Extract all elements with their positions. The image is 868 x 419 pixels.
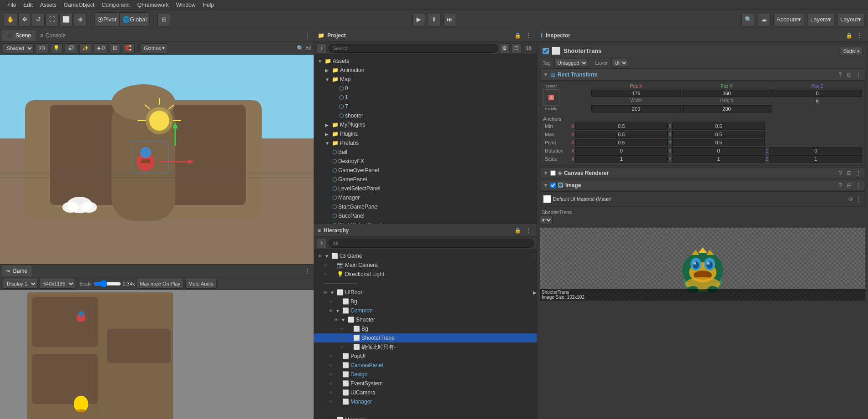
maximize-on-play-btn[interactable]: Maximize On Play: [137, 279, 183, 289]
project-filter-btn[interactable]: ⚙: [500, 43, 510, 53]
canvas-renderer-help[interactable]: ?: [837, 170, 844, 176]
h-canvaspanel[interactable]: 👁 ⬜ CanvasPanel: [314, 361, 537, 370]
tab-game[interactable]: ∞ Game: [2, 266, 32, 276]
scene-view-effects-btn[interactable]: ◈ 0: [94, 43, 108, 53]
static-btn[interactable]: Static ▾: [840, 47, 863, 55]
project-lock-btn[interactable]: 🔒: [513, 31, 522, 40]
rotate-tool-btn[interactable]: ↺: [32, 13, 45, 26]
custom-btn[interactable]: ⊞: [157, 13, 170, 26]
snap-btn[interactable]: 🧲: [122, 43, 135, 53]
inspector-lock-btn[interactable]: 🔒: [844, 31, 853, 40]
grid-btn[interactable]: ⊞: [110, 43, 120, 53]
scale-slider[interactable]: [94, 281, 121, 287]
tree-myplugins[interactable]: ▶ 📁 MyPlugins: [314, 120, 537, 129]
scale-z-input[interactable]: [769, 155, 862, 163]
search-cloud-btn[interactable]: 🔍: [741, 13, 755, 26]
h-shooter[interactable]: 👁 ▼ ⬜ Shooter: [314, 315, 537, 324]
pivot-x-input[interactable]: [575, 139, 668, 146]
width-input[interactable]: [591, 105, 681, 112]
cloud-btn[interactable]: ☁: [758, 13, 771, 26]
tree-startgamepanel[interactable]: ⬡ StartGamePanel: [314, 202, 537, 211]
project-search[interactable]: [329, 44, 498, 53]
rot-z-input[interactable]: [769, 147, 862, 154]
project-more-btn[interactable]: ⋮: [524, 31, 533, 40]
anchor-min-y[interactable]: [672, 123, 765, 130]
gizmos-btn[interactable]: Gizmos ▾: [141, 43, 168, 53]
move-tool-btn[interactable]: ✥: [18, 13, 31, 26]
image-header[interactable]: ▼ 🖼 Image ? ⊟ ⋮: [540, 180, 865, 190]
menu-assets[interactable]: Assets: [36, 1, 60, 9]
2d-btn[interactable]: 2D: [36, 43, 48, 53]
play-btn[interactable]: ▶: [412, 13, 425, 26]
tree-map-0[interactable]: ⬡ 0: [314, 84, 537, 93]
h-quebao[interactable]: 👁 ⬜ 确保此时只有-: [314, 342, 537, 352]
game-more-btn[interactable]: ⋮: [303, 266, 312, 276]
pos-y-input[interactable]: [682, 90, 772, 97]
tree-animation[interactable]: ▶ 📁 Animation: [314, 66, 537, 75]
anchor-min-x[interactable]: [575, 123, 668, 130]
hierarchy-search[interactable]: [329, 239, 534, 248]
rot-x-input[interactable]: [575, 147, 668, 154]
tab-console[interactable]: ≡ Console: [36, 30, 70, 41]
tree-gamepanel[interactable]: ⬡ GamePanel: [314, 175, 537, 184]
menu-component[interactable]: Component: [98, 1, 133, 9]
global-btn[interactable]: 🌐 Global: [120, 13, 150, 26]
h-shooter-bg[interactable]: 👁 ⬜ Bg: [314, 324, 537, 333]
tree-levelselectpanel[interactable]: ⬡ LevelSelectPanel: [314, 184, 537, 193]
game-viewport[interactable]: [0, 290, 314, 419]
rect-more-btn[interactable]: ⋮: [855, 72, 862, 78]
hand-tool-btn[interactable]: ✋: [4, 13, 17, 26]
h-popui[interactable]: 👁 ⬜ PopUI: [314, 352, 537, 361]
rect-tool-btn[interactable]: ⬜: [59, 13, 73, 26]
hierarchy-lock-btn[interactable]: 🔒: [513, 226, 522, 235]
assets-root[interactable]: ▼ 📁 Assets: [314, 56, 537, 66]
anchor-max-x[interactable]: [575, 131, 668, 138]
image-help[interactable]: ?: [837, 182, 844, 189]
shootertrans-dropdown[interactable]: ▾: [540, 216, 553, 224]
layer-select[interactable]: UI: [611, 59, 628, 67]
pos-x-input[interactable]: [591, 90, 681, 97]
shaded-select[interactable]: Shaded: [3, 43, 34, 53]
account-btn[interactable]: Account ▾: [773, 13, 804, 26]
rot-y-input[interactable]: [672, 147, 765, 154]
canvas-renderer-header[interactable]: ▼ ◈ Canvas Renderer ? ⊟ ⋮: [540, 168, 865, 178]
menu-window[interactable]: Window: [173, 1, 199, 9]
scale-x-input[interactable]: [575, 155, 668, 163]
tree-prefabs[interactable]: ▼ 📁 Prefabs: [314, 138, 537, 148]
hierarchy-more-btn[interactable]: ⋮: [524, 226, 533, 235]
rect-settings-btn[interactable]: ⊟: [846, 72, 853, 78]
inspector-more-btn[interactable]: ⋮: [855, 31, 864, 40]
tag-select[interactable]: Untagged: [554, 59, 588, 67]
menu-file[interactable]: File: [4, 1, 20, 9]
tree-destroyfx[interactable]: ⬡ DestroyFX: [314, 157, 537, 166]
tree-succpanel[interactable]: ⬡ SuccPanel: [314, 211, 537, 220]
tree-gameoverpanel[interactable]: ⬡ GameOverPanel: [314, 166, 537, 175]
tree-map-1[interactable]: ⬡ 1: [314, 93, 537, 102]
project-settings-btn[interactable]: ☰: [512, 43, 522, 53]
h-manager-blue[interactable]: 👁 ⬜ Manager: [314, 397, 537, 406]
tree-map-shooter[interactable]: ⬡ shooter: [314, 111, 537, 120]
menu-qframework[interactable]: QFramework: [133, 1, 172, 9]
h-manager[interactable]: 👁 ⬜ Manager: [314, 415, 537, 419]
add-asset-btn[interactable]: +: [317, 43, 327, 53]
rect-transform-header[interactable]: ▼ ⊞ Rect Transform ? ⊟ ⋮: [540, 69, 865, 81]
h-maincamera[interactable]: 👁 📷 Main Camera: [314, 261, 537, 270]
h-uicamera[interactable]: 👁 ⬜ UICamera: [314, 388, 537, 397]
scene-viewport[interactable]: [0, 55, 314, 264]
tree-manager-prefab[interactable]: ⬡ Manager: [314, 193, 537, 202]
h-shootertrans[interactable]: 👁 ⬜ ShooterTrans: [314, 333, 537, 342]
height-input[interactable]: [682, 105, 772, 112]
pos-z-input[interactable]: [772, 90, 862, 97]
scale-tool-btn[interactable]: ⛶: [46, 13, 58, 26]
obj-active-checkbox[interactable]: [543, 48, 549, 54]
image-checkbox[interactable]: [550, 183, 556, 188]
display-select[interactable]: Display 1: [3, 279, 37, 289]
fx-btn[interactable]: ✨: [79, 43, 92, 53]
h-design[interactable]: 👁 ⬜ Design: [314, 370, 537, 379]
step-btn[interactable]: ⏭: [443, 13, 456, 26]
tree-worldselectpanel[interactable]: ⬡ WorldSelectPanel: [314, 220, 537, 224]
menu-help[interactable]: Help: [199, 1, 218, 9]
canvas-renderer-more[interactable]: ⋮: [855, 170, 862, 176]
tab-scene[interactable]: ⬛ Scene: [2, 30, 36, 41]
h-eventsystem[interactable]: 👁 ⬜ EventSystem: [314, 379, 537, 388]
